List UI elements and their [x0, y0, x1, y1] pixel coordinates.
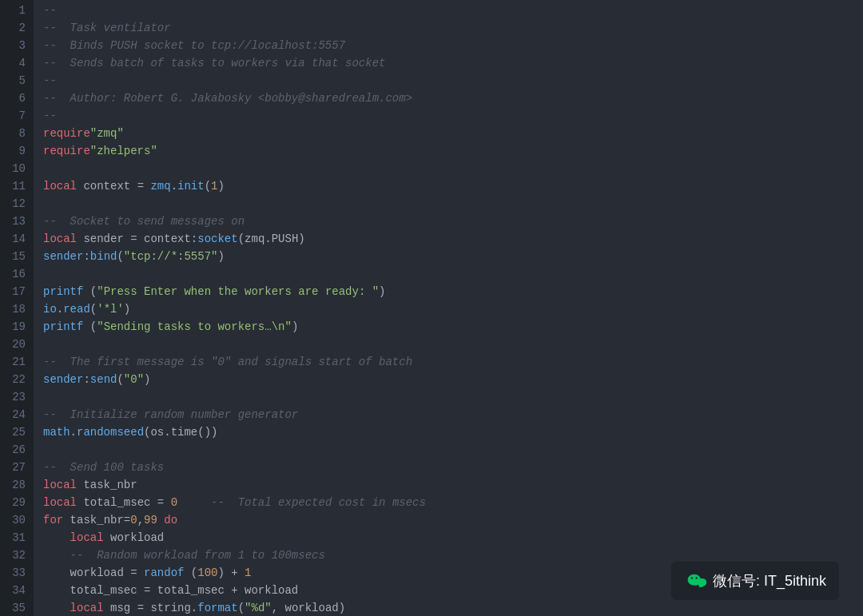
- code-line: printf ("Press Enter when the workers ar…: [43, 283, 853, 300]
- token: msg = string.: [104, 599, 198, 616]
- token: -- Sends batch of tasks to workers via t…: [43, 54, 385, 72]
- token: (: [83, 283, 97, 300]
- code-line: for task_nbr=0,99 do: [43, 511, 853, 529]
- code-line: [43, 441, 853, 459]
- line-number: 4: [8, 54, 26, 72]
- line-number: 25: [8, 423, 26, 441]
- line-number: 32: [8, 546, 26, 564]
- token: (: [117, 371, 123, 388]
- line-number: 34: [8, 582, 26, 599]
- line-number: 11: [8, 177, 26, 195]
- token: 0: [171, 494, 177, 511]
- code-line: local task_nbr: [43, 476, 853, 494]
- code-line: io.read('*l'): [43, 300, 853, 318]
- code-line: [43, 195, 853, 213]
- token: --: [43, 107, 57, 125]
- token: -- Send 100 tasks: [43, 459, 164, 476]
- line-number: 12: [8, 195, 26, 213]
- token: ): [217, 177, 224, 195]
- token: local: [43, 177, 77, 195]
- line-number: 1: [8, 2, 26, 19]
- token: ): [144, 371, 150, 388]
- code-line: -- Socket to send messages on: [43, 213, 853, 230]
- token: [177, 494, 211, 511]
- code-line: [43, 388, 853, 406]
- token: "zhelpers": [90, 142, 157, 160]
- token: context =: [77, 177, 150, 195]
- token: for: [43, 511, 63, 529]
- token: "%d": [245, 599, 272, 616]
- code-line: -- Binds PUSH socket to tcp://localhost:…: [43, 37, 853, 54]
- token: :: [83, 371, 89, 388]
- token: "0": [124, 371, 144, 388]
- token: --: [43, 72, 57, 89]
- code-line: math.randomseed(os.time()): [43, 423, 853, 441]
- token: (: [117, 248, 123, 265]
- token: format: [197, 599, 237, 616]
- token: local: [70, 599, 104, 616]
- line-number: 8: [8, 125, 26, 142]
- token: '*l': [97, 300, 124, 318]
- token: .: [57, 300, 63, 318]
- watermark: 微信号: IT_5ithink: [671, 562, 839, 600]
- token: zmq: [150, 177, 170, 195]
- code-line: require"zmq": [43, 125, 853, 142]
- token: [157, 511, 164, 529]
- line-number: 7: [8, 107, 26, 125]
- token: (: [83, 318, 97, 336]
- token: --: [43, 2, 57, 19]
- token: send: [90, 371, 117, 388]
- line-number: 31: [8, 529, 26, 546]
- code-line: local workload: [43, 529, 853, 546]
- token: local: [43, 476, 77, 494]
- token: (: [238, 599, 245, 616]
- code-line: local context = zmq.init(1): [43, 177, 853, 195]
- token: randof: [144, 564, 184, 582]
- token: ): [124, 300, 130, 318]
- token: 99: [144, 511, 157, 529]
- line-number: 35: [8, 599, 26, 616]
- token: total_msec = total_msec + workload: [43, 582, 298, 599]
- token: ): [217, 248, 224, 265]
- token: workload =: [43, 564, 144, 582]
- token: local: [43, 494, 77, 511]
- line-number: 33: [8, 564, 26, 582]
- token: -- Binds PUSH socket to tcp://localhost:…: [43, 37, 345, 54]
- token: ): [379, 283, 385, 300]
- line-number: 28: [8, 476, 26, 494]
- code-line: sender:send("0"): [43, 371, 853, 388]
- line-number: 3: [8, 37, 26, 54]
- token: randomseed: [77, 423, 144, 441]
- token: .: [70, 423, 77, 441]
- token: sender: [43, 248, 83, 265]
- token: sender: [43, 371, 83, 388]
- line-number: 22: [8, 371, 26, 388]
- token: (: [90, 300, 97, 318]
- token: ) +: [217, 564, 245, 582]
- token: read: [63, 300, 90, 318]
- code-line: --: [43, 2, 853, 19]
- token: local: [70, 529, 104, 546]
- code-line: printf ("Sending tasks to workers…\n"): [43, 318, 853, 336]
- code-line: require"zhelpers": [43, 142, 853, 160]
- code-line: --: [43, 72, 853, 89]
- line-numbers: 1234567891011121314151617181920212223242…: [0, 0, 34, 616]
- line-number: 23: [8, 388, 26, 406]
- code-line: local sender = context:socket(zmq.PUSH): [43, 230, 853, 248]
- token: task_nbr: [77, 476, 137, 494]
- token: [43, 529, 70, 546]
- token: (zmq.PUSH): [238, 230, 305, 248]
- code-line: sender:bind("tcp://*:5557"): [43, 248, 853, 265]
- line-number: 17: [8, 283, 26, 300]
- line-number: 20: [8, 336, 26, 353]
- token: -- Socket to send messages on: [43, 213, 245, 230]
- code-line: -- Sends batch of tasks to workers via t…: [43, 54, 853, 72]
- line-number: 27: [8, 459, 26, 476]
- code-line: -- Initialize random number generator: [43, 406, 853, 423]
- line-number: 24: [8, 406, 26, 423]
- code-line: --: [43, 107, 853, 125]
- token: -- Total expected cost in msecs: [211, 494, 426, 511]
- token: [43, 599, 70, 616]
- token: 100: [197, 564, 217, 582]
- token: :: [83, 248, 89, 265]
